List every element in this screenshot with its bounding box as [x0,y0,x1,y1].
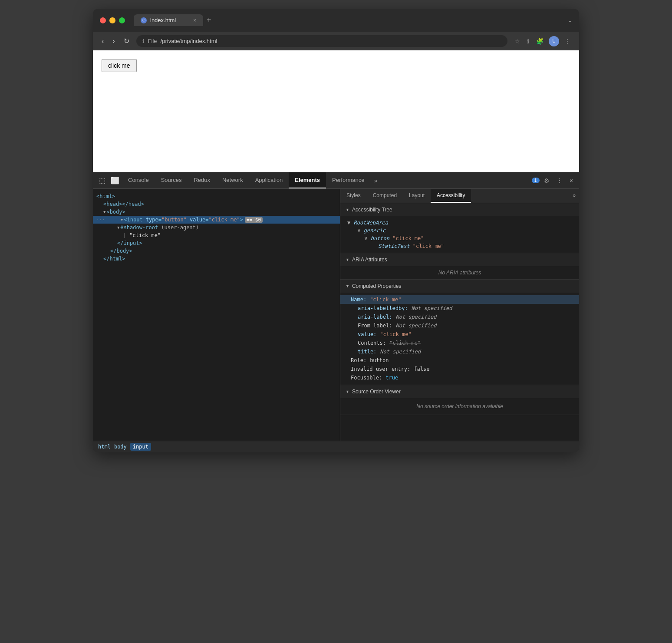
dom-line-selected[interactable]: ··· ▼ <input type="button" value="click … [93,216,340,224]
bookmark-button[interactable]: ☆ [513,36,522,46]
minimize-window-button[interactable] [109,17,115,23]
dom-line[interactable]: <head></head> [93,200,340,208]
nav-actions: ☆ ℹ 🧩 U ⋮ [513,36,572,46]
nav-bar: ‹ › ↻ ℹ File /private/tmp/index.html ☆ ℹ… [93,32,579,50]
no-source-order-message: No source order information available [340,398,579,415]
tab-console[interactable]: Console [122,172,155,188]
subtab-accessibility[interactable]: Accessibility [431,189,471,203]
computed-value-row[interactable]: value: "click me" [340,330,579,339]
prop-key-title: title: [358,349,376,355]
subtab-computed[interactable]: Computed [367,189,403,203]
device-toolbar-button[interactable]: ⬜ [108,173,122,188]
inspect-element-button[interactable]: ⬚ [96,173,108,188]
prop-value-aria-label: Not specified [395,314,436,320]
collapse-triangle[interactable]: ▼ [121,218,123,222]
forward-button[interactable]: › [111,36,116,47]
address-path: /private/tmp/index.html [161,38,217,44]
info-button[interactable]: ℹ [525,36,531,46]
computed-role-row[interactable]: Role: button [340,356,579,365]
section-title: ARIA Attributes [352,257,387,263]
dom-tag-head: <head></head> [103,201,144,207]
devtools-close-button[interactable]: × [567,174,576,188]
devtools-tab-list: Console Sources Redux Network Applicatio… [122,172,532,188]
accessibility-tree-header[interactable]: ▼ Accessibility Tree [340,203,579,216]
computed-title-row[interactable]: title: Not specified [340,347,579,356]
section-collapse-icon: ▼ [346,284,349,288]
tab-application[interactable]: Application [249,172,289,188]
dom-tag-body: <body> [106,209,125,215]
devtools-settings-button[interactable]: ⚙ [541,174,552,188]
tree-node-generic[interactable]: ∨ generic [340,227,579,234]
dom-line[interactable]: ▼ <body> [93,208,340,216]
computed-properties-section: ▼ Computed Properties Name: "click me" a… [340,280,579,385]
maximize-window-button[interactable] [119,17,125,23]
prop-key-name: Name: [351,297,366,303]
address-bar[interactable]: ℹ File /private/tmp/index.html [136,35,507,47]
source-order-section: ▼ Source Order Viewer No source order in… [340,385,579,415]
title-bar: ⬡ index.html × + ⌄ [93,9,579,32]
avatar[interactable]: U [549,36,559,46]
tab-elements[interactable]: Elements [289,172,326,188]
tab-title: index.html [150,17,176,23]
dom-tree-panel: <html> <head></head> ▼ <body> ··· ▼ <inp… [93,189,340,441]
source-order-header[interactable]: ▼ Source Order Viewer [340,385,579,398]
devtools-more-tabs-button[interactable]: » [371,174,381,188]
browser-tab[interactable]: ⬡ index.html × [134,14,203,26]
panel-subtabs: Styles Computed Layout Accessibility » [340,189,579,203]
devtools-more-button[interactable]: ⋮ [554,174,565,188]
computed-aria-label-row[interactable]: aria-label: Not specified [340,313,579,321]
computed-invalid-row[interactable]: Invalid user entry: false [340,365,579,373]
computed-focusable-row[interactable]: Focusable: true [340,373,579,382]
tab-list-chevron[interactable]: ⌄ [568,17,572,23]
tree-node-button[interactable]: ∨ button "click me" [340,234,579,242]
extensions-button[interactable]: 🧩 [534,36,545,46]
tree-node-statictext[interactable]: StaticText "click me" [340,242,579,250]
prop-value-title: Not specified [380,349,421,355]
computed-name-row[interactable]: Name: "click me" [340,295,579,304]
error-badge: 1 [532,178,540,183]
address-protocol: File [148,38,157,44]
subtab-more-button[interactable]: » [569,189,579,203]
collapse-triangle[interactable]: ▼ [117,225,119,230]
computed-properties-header[interactable]: ▼ Computed Properties [340,280,579,293]
dom-line[interactable]: <html> [93,192,340,200]
menu-button[interactable]: ⋮ [563,36,572,46]
computed-from-label-row[interactable]: From label: Not specified [340,321,579,330]
breadcrumb-body[interactable]: body [114,444,127,450]
dom-shadow-root: #shadow-root (user-agent) [120,224,199,231]
dom-tag-body-close: </body> [110,248,132,254]
computed-aria-labelledby-row[interactable]: aria-labelledby: Not specified [340,304,579,313]
tab-network[interactable]: Network [216,172,249,188]
breadcrumb-input[interactable]: input [130,443,151,451]
collapse-triangle[interactable]: ▼ [103,210,105,214]
section-collapse-icon: ▼ [346,257,349,262]
ellipsis-icon: ··· [96,217,105,223]
selected-element-marker: == $0 [245,217,263,223]
no-aria-message: No ARIA attributes [340,266,579,279]
click-me-button[interactable]: click me [102,59,137,72]
tab-performance[interactable]: Performance [326,172,370,188]
dom-line[interactable]: </body> [93,247,340,255]
new-tab-button[interactable]: + [203,14,215,26]
aria-section-header[interactable]: ▼ ARIA Attributes [340,253,579,266]
dom-line[interactable]: "click me" [93,231,340,239]
subtab-styles[interactable]: Styles [340,189,367,203]
dom-line[interactable]: </input> [93,239,340,247]
prop-value-role: button [370,357,389,363]
back-button[interactable]: ‹ [100,36,105,47]
prop-key-invalid: Invalid user entry: [351,366,410,372]
dom-line[interactable]: </html> [93,255,340,263]
dom-line[interactable]: ▼ #shadow-root (user-agent) [93,224,340,231]
prop-value-name: "click me" [370,297,401,303]
tab-sources[interactable]: Sources [155,172,188,188]
tree-node-rootwebarea[interactable]: ▼ RootWebArea [340,219,579,227]
subtab-layout[interactable]: Layout [403,189,431,203]
refresh-button[interactable]: ↻ [122,35,131,47]
computed-contents-row[interactable]: Contents: "click me" [340,339,579,347]
tab-redux[interactable]: Redux [188,172,216,188]
tab-favicon: ⬡ [141,17,147,23]
tab-close-button[interactable]: × [193,17,196,23]
breadcrumb-html[interactable]: html [98,444,111,450]
close-window-button[interactable] [100,17,106,23]
dom-breadcrumb: html body input [93,441,579,452]
